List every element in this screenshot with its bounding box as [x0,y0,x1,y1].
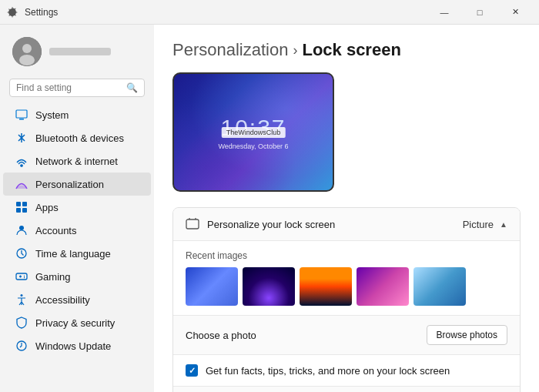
fun-facts-row: ✓ Get fun facts, tips, tricks, and more … [173,354,520,386]
sidebar-item-personalization[interactable]: Personalization [3,173,151,196]
personalize-value: Picture [463,219,494,230]
fun-facts-checkbox[interactable]: ✓ [186,364,198,377]
recent-images-body: Recent images [173,240,520,315]
bluetooth-icon [15,132,28,144]
breadcrumb: Personalization › Lock screen [172,40,521,60]
sidebar-item-time[interactable]: Time & language [3,242,151,265]
update-icon [15,340,28,352]
sidebar-item-privacy[interactable]: Privacy & security [3,311,151,334]
sidebar-item-gaming[interactable]: Gaming [3,265,151,288]
sidebar-item-label: System [35,109,69,121]
sidebar-item-label: Gaming [35,271,71,283]
sidebar-item-label: Time & language [35,248,111,260]
accessibility-icon [15,293,28,306]
images-row [186,267,507,306]
titlebar-controls: — □ ✕ [427,0,533,25]
choose-photo-label: Choose a photo [186,330,256,341]
content-area: Personalization › Lock screen 10:37 Wedn… [154,25,539,392]
close-button[interactable]: ✕ [497,0,533,25]
accounts-icon [15,224,28,236]
sidebar-item-accessibility[interactable]: Accessibility [3,288,151,311]
network-icon [15,155,28,167]
system-icon [15,109,28,121]
recent-image-5[interactable] [413,267,466,306]
sidebar-item-label: Accounts [35,225,76,236]
avatar [12,37,42,66]
personalize-title: Personalize your lock screen [207,219,335,230]
personalize-section: Personalize your lock screen Picture ▲ R… [172,207,521,392]
chevron-up-icon: ▲ [500,220,507,229]
titlebar-left: Settings [6,6,58,18]
sidebar-item-apps[interactable]: Apps [3,196,151,219]
choose-photo-row: Choose a photo Browse photos [173,315,520,354]
svg-point-5 [21,165,22,166]
svg-point-1 [22,44,32,53]
personalization-icon [15,178,28,190]
svg-rect-6 [16,202,21,206]
fun-facts-label: Get fun facts, tips, tricks, and more on… [206,365,450,377]
sidebar-item-accounts[interactable]: Accounts [3,219,151,242]
checkbox-check-icon: ✓ [189,366,196,376]
titlebar: Settings — □ ✕ [0,0,539,25]
settings-icon [6,6,18,18]
sidebar-item-update[interactable]: Windows Update [3,334,151,357]
recent-image-2[interactable] [243,267,295,306]
titlebar-title: Settings [25,7,58,18]
time-icon [15,247,28,260]
search-input[interactable] [16,82,122,93]
svg-rect-15 [186,219,199,229]
personalize-section-header[interactable]: Personalize your lock screen Picture ▲ [173,208,520,240]
breadcrumb-sep: › [293,42,297,59]
sidebar-item-label: Network & internet [35,156,118,167]
breadcrumb-parent[interactable]: Personalization [172,40,288,60]
apps-icon [15,201,28,213]
sidebar-item-label: Accessibility [35,294,90,306]
sidebar-item-label: Apps [35,202,59,213]
sidebar-item-network[interactable]: Network & internet [3,149,151,173]
maximize-button[interactable]: □ [462,0,497,25]
sidebar: 🔍 System Bluetooth & devices Network & i… [0,25,154,392]
user-name-blurred [49,48,111,55]
svg-point-2 [19,55,35,65]
section-header-right: Picture ▲ [463,219,507,230]
svg-point-10 [19,226,24,230]
svg-rect-8 [16,208,21,213]
sidebar-item-label: Privacy & security [35,317,115,329]
lock-date: Wednesday, October 6 [218,142,288,150]
recent-image-3[interactable] [300,267,352,306]
sidebar-item-label: Windows Update [35,340,111,352]
search-box[interactable]: 🔍 [9,79,145,97]
lock-screen-preview: 10:37 Wednesday, October 6 TheWindowsClu… [172,72,334,192]
lock-preview-content: 10:37 Wednesday, October 6 [218,115,288,150]
lock-status-row: Lock screen status Choose an app to show… [173,386,520,392]
sidebar-item-bluetooth[interactable]: Bluetooth & devices [3,126,151,149]
svg-point-13 [21,294,23,297]
user-section [0,31,154,75]
minimize-button[interactable]: — [427,0,462,25]
lock-time: 10:37 [218,115,288,141]
svg-rect-9 [22,208,27,213]
sidebar-item-system[interactable]: System [3,103,151,126]
section-header-left: Personalize your lock screen [186,217,335,231]
gaming-icon [15,270,28,283]
breadcrumb-current: Lock screen [302,40,400,60]
recent-image-1[interactable] [186,267,238,306]
search-icon: 🔍 [126,82,138,93]
svg-rect-3 [16,110,27,118]
sidebar-item-label: Bluetooth & devices [35,132,124,144]
svg-rect-7 [22,202,27,206]
privacy-icon [15,317,28,329]
browse-photos-button[interactable]: Browse photos [427,325,507,345]
recent-image-4[interactable] [357,267,409,306]
svg-rect-4 [19,119,24,120]
sidebar-item-label: Personalization [35,179,104,190]
app-container: 🔍 System Bluetooth & devices Network & i… [0,25,539,392]
recent-images-label: Recent images [186,250,507,261]
personalize-icon [186,217,199,231]
